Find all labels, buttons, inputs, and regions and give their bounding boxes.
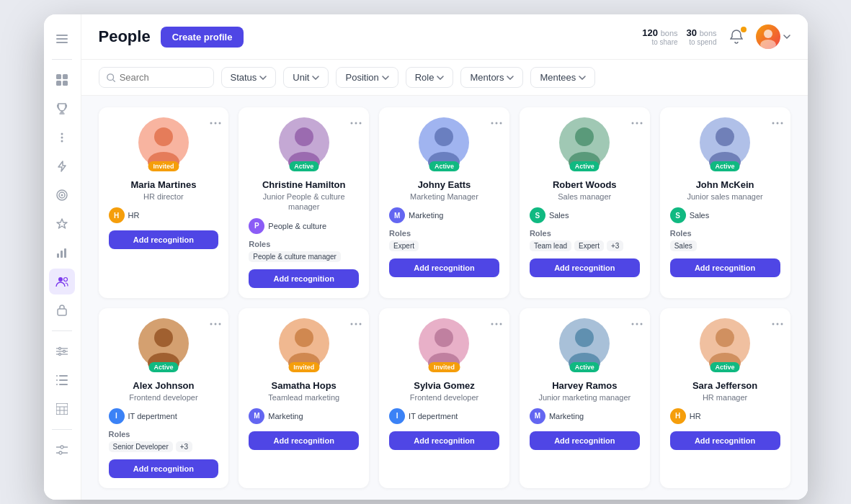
sidebar-table-icon[interactable] [49,396,75,422]
bons-info: 120 bons to share 30 bons to spend [642,27,716,46]
card-menu-icon[interactable] [350,315,362,328]
unit-filter-button[interactable]: Unit [283,67,329,88]
add-recognition-button[interactable]: Add recognition [530,258,640,277]
role-tag: +3 [176,441,192,452]
svg-point-7 [61,133,63,135]
sidebar-bag-icon[interactable] [49,297,75,323]
cards-container: Invited Maria Martines HR director H HR … [81,96,808,500]
person-avatar [138,117,189,168]
person-role: Junior People & culture manager [249,192,359,212]
mentors-filter-button[interactable]: Mentors [460,67,523,88]
person-name: Johny Eatts [418,179,471,190]
svg-point-68 [640,122,642,125]
svg-point-98 [640,323,642,325]
svg-rect-1 [56,38,68,40]
role-tag: Senior Developer [109,441,173,452]
sidebar-lightning-icon[interactable] [49,153,75,179]
role-chevron-icon [437,76,444,80]
svg-point-62 [499,122,502,125]
user-avatar-wrapper[interactable] [756,24,790,49]
add-recognition-button[interactable]: Add recognition [109,230,219,249]
card-menu-icon[interactable] [631,114,643,127]
svg-rect-13 [57,253,59,258]
sidebar-equalizer-icon[interactable] [49,437,75,463]
sidebar-chart-icon[interactable] [49,240,75,266]
add-recognition-button[interactable]: Add recognition [670,258,780,277]
add-recognition-button[interactable]: Add recognition [530,431,640,450]
person-name: John McKein [696,179,754,190]
card-menu-icon[interactable] [210,315,221,328]
svg-point-104 [780,323,783,325]
person-card: Active Harvey Ramos Junior marketing man… [520,308,650,488]
sidebar-trophy-icon[interactable] [49,96,75,122]
svg-point-20 [63,351,66,353]
svg-point-78 [210,323,213,325]
role-tag: Sales [670,240,697,251]
dept-dot: H [670,408,686,424]
dept-dot: I [109,408,125,424]
svg-point-8 [61,137,63,139]
person-card: Invited Maria Martines HR director H HR … [99,107,229,298]
sidebar-settings2-icon[interactable] [49,338,75,364]
add-recognition-button[interactable]: Add recognition [249,269,359,288]
avatar-container: Active [700,318,750,372]
mentees-filter-button[interactable]: Mentees [530,67,595,88]
sidebar-grid-icon[interactable] [49,67,75,93]
sidebar-people-icon[interactable] [49,269,75,294]
person-name: Robert Woods [553,179,617,190]
create-profile-button[interactable]: Create profile [161,27,244,48]
svg-point-19 [59,348,61,350]
search-input[interactable] [120,72,206,83]
role-filter-button[interactable]: Role [406,67,454,88]
status-badge: Active [710,362,740,372]
person-name: Alex Johnson [133,380,194,391]
svg-point-61 [495,122,497,125]
card-menu-icon[interactable] [491,114,502,127]
card-menu-icon[interactable] [350,114,362,127]
sidebar-menu-icon[interactable] [49,26,75,52]
dept-dot: H [109,207,125,223]
search-box[interactable] [99,67,214,88]
sidebar-list-icon[interactable] [49,367,75,393]
add-recognition-button[interactable]: Add recognition [389,431,499,450]
avatar-container: Invited [419,318,469,372]
person-dept: M Marketing [389,207,499,223]
svg-point-102 [772,323,774,325]
person-role: Frontend developer [129,392,197,402]
person-dept: S Sales [530,207,640,223]
roles-tags: Team leadExpert+3 [530,240,640,251]
card-menu-icon[interactable] [491,315,502,328]
svg-point-84 [351,323,353,325]
status-filter-button[interactable]: Status [221,67,277,88]
person-avatar [419,117,469,168]
person-role: HR manager [703,392,747,402]
svg-rect-2 [56,42,68,43]
sidebar-star-icon[interactable] [49,211,75,237]
person-name: Harvey Ramos [552,380,617,391]
dept-dot: M [249,408,264,424]
card-menu-icon[interactable] [772,315,783,328]
add-recognition-button[interactable]: Add recognition [389,258,499,277]
card-menu-icon[interactable] [631,315,643,328]
svg-point-94 [435,328,453,347]
card-menu-icon[interactable] [210,114,221,127]
header-left: People Create profile [99,27,244,48]
notification-bell-icon[interactable] [729,29,744,45]
position-filter-button[interactable]: Position [336,67,398,88]
card-menu-icon[interactable] [772,114,783,127]
svg-point-88 [295,328,313,347]
roles-label: Roles [249,240,359,248]
add-recognition-button[interactable]: Add recognition [109,459,219,478]
add-recognition-button[interactable]: Add recognition [249,431,359,450]
svg-rect-30 [59,384,68,385]
person-avatar [279,318,329,369]
add-recognition-button[interactable]: Add recognition [670,431,780,450]
avatar-container: Active [279,117,329,171]
sidebar-dots-icon[interactable] [49,125,75,150]
status-badge: Active [570,161,600,171]
svg-point-85 [355,323,357,325]
svg-point-54 [351,122,353,125]
sidebar-divider-3 [52,429,72,430]
svg-point-43 [59,451,62,454]
sidebar-target-icon[interactable] [49,182,75,208]
